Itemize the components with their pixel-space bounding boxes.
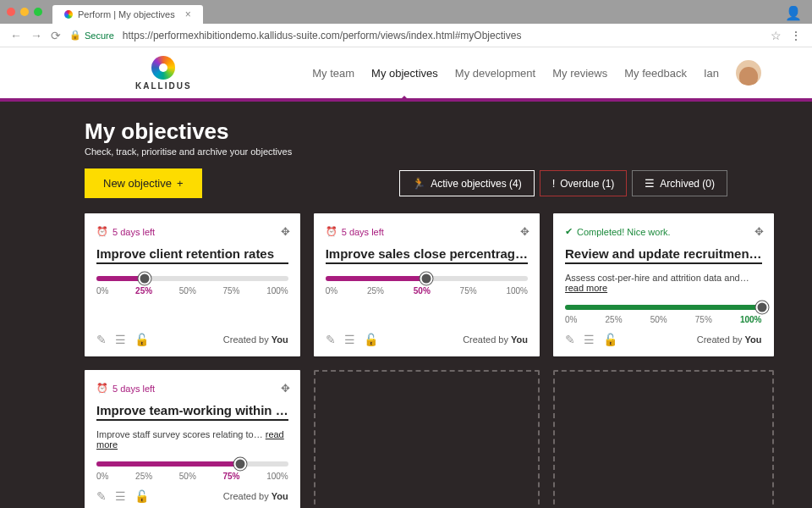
logo-icon xyxy=(151,56,175,80)
maximize-window-icon[interactable] xyxy=(34,8,42,16)
tick-label: 0% xyxy=(326,286,337,295)
card-footer: ✎☰🔓Created by You xyxy=(96,481,288,503)
slider-ticks: 0%25%50%75%100% xyxy=(565,315,762,324)
slider-ticks: 0%25%50%75%100% xyxy=(326,286,528,295)
read-more-link[interactable]: read more xyxy=(96,429,284,450)
progress-slider[interactable]: 0%25%50%75%100% xyxy=(565,305,762,324)
avatar[interactable] xyxy=(736,60,761,86)
progress-slider[interactable]: 0%25%50%75%100% xyxy=(96,276,288,295)
card-status-text: Completed! Nice work. xyxy=(577,227,671,237)
nav-my-team[interactable]: My team xyxy=(312,50,354,97)
tick-label: 100% xyxy=(506,286,528,295)
edit-icon[interactable]: ✎ xyxy=(96,333,107,346)
tick-label: 25% xyxy=(135,286,152,295)
created-by: Created by You xyxy=(463,334,528,345)
filter-label: Archived (0) xyxy=(660,178,715,190)
card-title[interactable]: Review and update recruitmen… xyxy=(565,246,762,264)
slider-ticks: 0%25%50%75%100% xyxy=(96,472,288,481)
filter-archived[interactable]: ☰Archived (0) xyxy=(632,170,727,196)
tab-close-icon[interactable]: × xyxy=(185,5,191,24)
tick-label: 100% xyxy=(740,315,762,324)
card-status: ⏰5 days left xyxy=(96,226,155,237)
nav-user-name[interactable]: Ian xyxy=(704,50,719,97)
drag-handle-icon[interactable]: ✥ xyxy=(520,225,528,238)
browser-menu-icon[interactable]: ⋮ xyxy=(790,29,802,42)
slider-thumb[interactable] xyxy=(138,273,151,285)
tick-label: 0% xyxy=(96,472,108,481)
filter-overdue[interactable]: !Overdue (1) xyxy=(540,170,628,196)
new-objective-button[interactable]: New objective + xyxy=(85,168,202,198)
created-by: Created by You xyxy=(223,491,288,501)
tick-label: 75% xyxy=(695,315,712,324)
browser-tabbar: Perform | My objectives × 👤 xyxy=(0,0,812,24)
tick-label: 75% xyxy=(222,286,239,295)
browser-profile-icon[interactable]: 👤 xyxy=(785,5,802,21)
card-description: Assess cost-per-hire and attrition data … xyxy=(565,273,762,293)
drag-handle-icon[interactable]: ✥ xyxy=(281,382,288,395)
forward-icon[interactable]: → xyxy=(30,29,42,42)
lock-icon[interactable]: 🔓 xyxy=(603,333,617,346)
reload-icon[interactable]: ⟳ xyxy=(51,29,61,42)
read-more-link[interactable]: read more xyxy=(565,283,607,293)
back-icon[interactable]: ← xyxy=(10,29,22,42)
objective-card[interactable]: ⏰5 days left✥Improve team-working within… xyxy=(85,370,300,508)
tick-label: 50% xyxy=(179,472,196,481)
card-header: ⏰5 days left✥ xyxy=(96,225,288,238)
lock-icon[interactable]: 🔓 xyxy=(364,333,378,346)
nav-my-objectives[interactable]: My objectives xyxy=(371,50,438,97)
slider-thumb[interactable] xyxy=(420,273,433,285)
app-header: KALLIDUS My teamMy objectivesMy developm… xyxy=(0,47,812,98)
toolbar: New objective + 🏃Active objectives (4)!O… xyxy=(85,168,727,198)
drag-handle-icon[interactable]: ✥ xyxy=(754,225,762,238)
edit-icon[interactable]: ✎ xyxy=(96,489,107,503)
close-window-icon[interactable] xyxy=(7,8,15,16)
url-text[interactable]: https://performexhibitiondemo.kallidus-s… xyxy=(123,30,762,41)
minimize-window-icon[interactable] xyxy=(20,8,29,16)
window-controls[interactable] xyxy=(7,8,42,16)
nav-my-reviews[interactable]: My reviews xyxy=(552,50,607,97)
card-title[interactable]: Improve sales close percentrag… xyxy=(326,246,528,264)
card-title[interactable]: Improve team-working within … xyxy=(96,403,288,421)
tick-label: 100% xyxy=(266,286,288,295)
secure-indicator: 🔒 Secure xyxy=(69,30,114,41)
bookmark-star-icon[interactable]: ☆ xyxy=(771,29,782,42)
nav-my-feedback[interactable]: My feedback xyxy=(624,50,687,97)
browser-address-bar: ← → ⟳ 🔒 Secure https://performexhibition… xyxy=(0,24,812,47)
tick-label: 0% xyxy=(96,286,108,295)
created-by: Created by You xyxy=(223,334,288,345)
card-footer: ✎☰🔓Created by You xyxy=(565,324,762,346)
drag-handle-icon[interactable]: ✥ xyxy=(281,225,288,238)
slider-thumb[interactable] xyxy=(234,458,247,471)
objective-card[interactable]: ⏰5 days left✥Improve sales close percent… xyxy=(314,213,540,356)
tick-label: 50% xyxy=(414,286,431,295)
objective-card[interactable]: ⏰5 days left✥Improve client retention ra… xyxy=(85,213,300,356)
browser-tab[interactable]: Perform | My objectives × xyxy=(52,5,203,24)
progress-slider[interactable]: 0%25%50%75%100% xyxy=(96,461,288,481)
archive-action-icon[interactable]: ☰ xyxy=(584,333,595,346)
empty-slot[interactable] xyxy=(553,370,774,508)
archive-action-icon[interactable]: ☰ xyxy=(344,333,355,346)
lock-icon[interactable]: 🔓 xyxy=(134,489,149,503)
edit-icon[interactable]: ✎ xyxy=(326,333,336,346)
archive-action-icon[interactable]: ☰ xyxy=(115,333,126,346)
edit-icon[interactable]: ✎ xyxy=(565,333,575,346)
card-title[interactable]: Improve client retention rates xyxy=(96,246,288,264)
favicon-icon xyxy=(64,10,73,19)
filter-active[interactable]: 🏃Active objectives (4) xyxy=(399,170,534,196)
progress-slider[interactable]: 0%25%50%75%100% xyxy=(326,276,528,295)
tick-label: 25% xyxy=(367,286,384,295)
plus-icon: + xyxy=(177,177,184,190)
tick-label: 0% xyxy=(565,315,577,324)
brand-logo[interactable]: KALLIDUS xyxy=(135,56,192,91)
tick-label: 25% xyxy=(135,472,152,481)
nav-my-development[interactable]: My development xyxy=(455,50,535,97)
filter-group: 🏃Active objectives (4)!Overdue (1)☰Archi… xyxy=(399,170,727,196)
card-status-text: 5 days left xyxy=(342,227,384,237)
objective-card[interactable]: ✔Completed! Nice work.✥Review and update… xyxy=(553,213,774,356)
slider-thumb[interactable] xyxy=(755,301,768,314)
main-nav: My teamMy objectivesMy developmentMy rev… xyxy=(312,50,761,97)
archive-action-icon[interactable]: ☰ xyxy=(115,489,126,503)
empty-slot[interactable] xyxy=(314,370,540,508)
lock-icon[interactable]: 🔓 xyxy=(134,333,149,346)
card-status-text: 5 days left xyxy=(112,384,155,394)
